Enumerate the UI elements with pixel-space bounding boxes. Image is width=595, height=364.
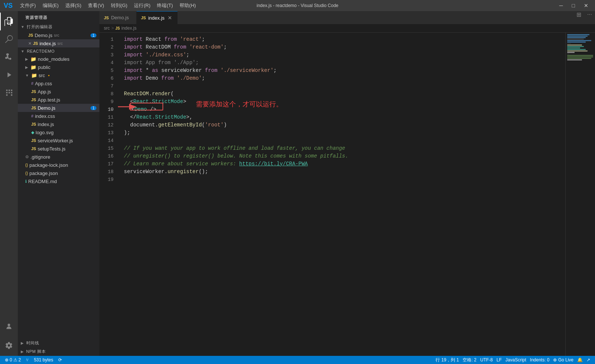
- tree-demo-js[interactable]: JS Demo.js 1: [18, 104, 99, 112]
- npm-section[interactable]: ▶ NPM 脚本: [18, 347, 99, 356]
- open-file-demo-path: src: [54, 33, 59, 37]
- run-activity-icon[interactable]: [0, 66, 18, 84]
- tree-src[interactable]: ▼ 📁 src ●: [18, 71, 99, 79]
- breadcrumb-src[interactable]: src: [104, 26, 110, 31]
- timeline-label: 时间线: [26, 340, 39, 346]
- close-icon-indexjs[interactable]: ✕: [28, 41, 32, 46]
- npm-label: NPM 脚本: [26, 349, 46, 354]
- ln-16: 16: [99, 152, 114, 160]
- settings-icon[interactable]: [0, 337, 18, 354]
- code-line-10: → <Demo />: [124, 106, 565, 113]
- minimize-button[interactable]: ─: [556, 2, 566, 9]
- tree-index-js[interactable]: JS index.js: [18, 120, 99, 128]
- maximize-button[interactable]: □: [569, 2, 578, 9]
- open-editors-arrow: ▼: [21, 25, 24, 29]
- spaces-info[interactable]: 空格: 2: [461, 357, 478, 363]
- css-icon: #: [31, 81, 33, 86]
- indents-info[interactable]: Indents: 0: [528, 357, 552, 363]
- line-col-info[interactable]: 行 19，列 1: [434, 357, 461, 363]
- menu-terminal[interactable]: 终端(T): [154, 1, 176, 10]
- encoding-info[interactable]: UTF-8: [479, 357, 495, 363]
- json-icon: {}: [25, 171, 28, 175]
- line-ending-value: LF: [497, 357, 502, 363]
- ln-2: 2: [99, 43, 114, 51]
- ln-12: 12: [99, 121, 114, 129]
- menu-goto[interactable]: 转到(G): [108, 1, 131, 10]
- notifications-button[interactable]: 🔔: [575, 357, 585, 363]
- tab-demojo[interactable]: JS Demo.js: [99, 11, 137, 24]
- project-section[interactable]: ▼ REACTDEMO: [18, 47, 99, 55]
- menu-view[interactable]: 查看(V): [85, 1, 107, 10]
- error-count[interactable]: ⊗ 0 ⚠ 2: [3, 356, 23, 364]
- split-editor-button[interactable]: ⊞: [573, 11, 584, 24]
- open-file-indexjs[interactable]: ✕ JS index.js src: [18, 39, 99, 47]
- code-editor[interactable]: 1 2 3 4 5 6 7 8 9 10 11 12 13 14 15 16 1…: [99, 33, 595, 356]
- sync-icon: ⟳: [58, 357, 62, 363]
- tree-app-css[interactable]: # App.css: [18, 79, 99, 87]
- code-line-16: // unregister() to register() below. Not…: [124, 152, 565, 160]
- folder-icon: 📁: [30, 56, 36, 62]
- line-numbers: 1 2 3 4 5 6 7 8 9 10 11 12 13 14 15 16 1…: [99, 33, 118, 356]
- code-line-8: ReactDOM.render(: [124, 90, 565, 98]
- close-button[interactable]: ✕: [581, 2, 591, 9]
- gitignore-icon: ⚙: [25, 155, 29, 159]
- tree-logo-svg[interactable]: ◆ logo.svg: [18, 128, 99, 136]
- menu-file[interactable]: 文件(F): [17, 1, 39, 10]
- app-css-label: App.css: [35, 81, 52, 86]
- ln-4: 4: [99, 59, 114, 67]
- ln-9: 9: [99, 98, 114, 106]
- tree-node-modules[interactable]: ▶ 📁 node_modules: [18, 55, 99, 63]
- line-ending-info[interactable]: LF: [495, 357, 504, 363]
- breadcrumb-file[interactable]: index.js: [121, 26, 137, 31]
- svg-icon: ◆: [31, 130, 34, 135]
- code-content[interactable]: import React from 'react'; import ReactD…: [118, 33, 565, 356]
- remote-activity-icon[interactable]: [0, 317, 18, 335]
- open-editors-section[interactable]: ▼ 打开的编辑器: [18, 23, 99, 31]
- tree-app-js[interactable]: JS App.js: [18, 87, 99, 96]
- line-col-value: 行 19，列 1: [435, 357, 459, 363]
- tree-package-lock[interactable]: {} package-lock.json: [18, 161, 99, 169]
- tree-public[interactable]: ▶ 📁 public: [18, 63, 99, 71]
- extensions-activity-icon[interactable]: [0, 84, 18, 102]
- json-icon: {}: [25, 163, 28, 167]
- source-control-activity-icon[interactable]: [0, 48, 18, 66]
- js-icon-index: JS: [33, 41, 38, 46]
- tree-service-worker[interactable]: JS serviceWorker.js: [18, 136, 99, 145]
- activity-bar: [0, 11, 18, 356]
- go-live-button[interactable]: ⊕ Go Live: [551, 357, 575, 363]
- search-activity-icon[interactable]: [0, 30, 18, 48]
- ln-6: 6: [99, 75, 114, 82]
- tab-close-icon[interactable]: ✕: [167, 14, 173, 21]
- tree-package-json[interactable]: {} package.json: [18, 169, 99, 177]
- open-file-demojo[interactable]: JS Demo.js src 1: [18, 31, 99, 39]
- menu-run[interactable]: 运行(R): [131, 1, 153, 10]
- index-js-label: index.js: [37, 122, 54, 127]
- more-actions-button[interactable]: ···: [584, 11, 595, 24]
- cra-pwa-link[interactable]: https://bit.ly/CRA-PWA: [239, 160, 308, 168]
- tab-demojo-icon: JS: [104, 16, 109, 20]
- git-branch[interactable]: ⑂: [24, 356, 30, 364]
- tab-indexjs[interactable]: JS index.js ✕: [137, 11, 178, 24]
- menu-edit[interactable]: 编辑(E): [40, 1, 62, 10]
- code-line-2: import ReactDOM from 'react-dom';: [124, 43, 565, 51]
- language-info[interactable]: JavaScript: [504, 357, 528, 363]
- sync-icon-item[interactable]: ⟳: [56, 356, 64, 364]
- code-line-5: import * as serviceWorker from './servic…: [124, 67, 565, 75]
- tree-index-css[interactable]: # index.css: [18, 112, 99, 120]
- timeline-section[interactable]: ▶ 时间线: [18, 339, 99, 347]
- ln-10: 10: [99, 106, 114, 113]
- menu-help[interactable]: 帮助(H): [177, 1, 199, 10]
- src-modified-dot: ●: [48, 74, 50, 77]
- logo-svg-label: logo.svg: [36, 130, 53, 135]
- tree-app-test-js[interactable]: JS App.test.js: [18, 96, 99, 104]
- file-size[interactable]: 531 bytes: [32, 356, 55, 364]
- tree-readme[interactable]: ℹ README.md: [18, 177, 99, 185]
- src-label: src: [39, 73, 45, 78]
- ln-8: 8: [99, 90, 114, 98]
- explorer-icon[interactable]: [0, 13, 18, 30]
- tree-gitignore[interactable]: ⚙ .gitignore: [18, 153, 99, 161]
- menu-select[interactable]: 选择(S): [62, 1, 84, 10]
- remote-indicator[interactable]: ↗: [585, 357, 592, 363]
- tree-setup-tests[interactable]: JS setupTests.js: [18, 145, 99, 153]
- svg-point-0: [8, 324, 10, 326]
